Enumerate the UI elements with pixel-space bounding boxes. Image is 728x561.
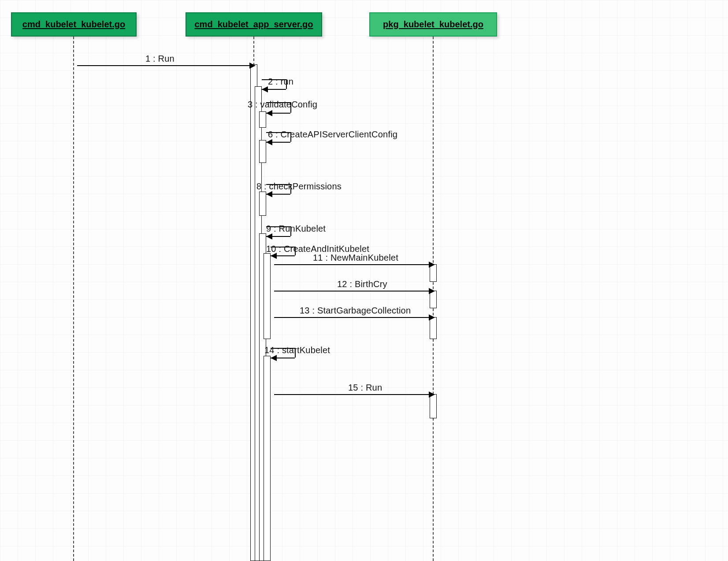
msg-line-13 bbox=[274, 317, 430, 318]
activation-12 bbox=[430, 394, 437, 418]
msg-arrow-11 bbox=[429, 262, 435, 268]
msg-label-1: 1 : Run bbox=[145, 54, 175, 64]
msg-line-15 bbox=[274, 394, 430, 395]
self-arrow-3 bbox=[266, 110, 272, 116]
msg-line-1 bbox=[77, 65, 250, 66]
msg-arrow-13 bbox=[429, 314, 435, 321]
msg-label-14: 14 : startKubelet bbox=[264, 345, 330, 355]
activation-3 bbox=[259, 111, 266, 128]
msg-label-8: 8 : checkPermissions bbox=[256, 181, 342, 192]
lifeline-header-l1: cmd_kubelet_kubelet.go bbox=[11, 12, 137, 37]
msg-arrow-15 bbox=[429, 391, 435, 398]
lifeline-header-l3: pkg_kubelet_kubelet.go bbox=[369, 12, 497, 37]
self-arrow-9 bbox=[266, 233, 272, 240]
msg-label-6: 6 : CreateAPIServerClientConfig bbox=[268, 129, 397, 140]
lifeline-header-l2: cmd_kubelet_app_server.go bbox=[186, 12, 322, 37]
activation-8 bbox=[264, 356, 271, 561]
msg-line-12 bbox=[274, 291, 430, 292]
msg-arrow-12 bbox=[429, 288, 435, 294]
msg-label-11: 11 : NewMainKubelet bbox=[313, 253, 398, 263]
msg-label-3: 3 : validateConfig bbox=[248, 100, 317, 110]
msg-line-11 bbox=[274, 264, 430, 265]
self-arrow-6 bbox=[266, 139, 272, 145]
activation-5 bbox=[259, 192, 266, 216]
msg-label-9: 9 : RunKubelet bbox=[266, 224, 326, 234]
lifeline-dash-l1 bbox=[73, 37, 74, 561]
self-arrow-8 bbox=[266, 191, 272, 197]
activation-4 bbox=[259, 140, 266, 163]
msg-label-15: 15 : Run bbox=[348, 383, 382, 393]
msg-label-12: 12 : BirthCry bbox=[337, 279, 387, 289]
msg-label-13: 13 : StartGarbageCollection bbox=[300, 306, 411, 316]
self-arrow-2 bbox=[262, 86, 268, 92]
activation-7 bbox=[264, 253, 271, 339]
msg-arrow-1 bbox=[249, 63, 256, 69]
msg-label-2: 2 : run bbox=[268, 77, 293, 87]
self-arrow-14 bbox=[271, 355, 277, 361]
